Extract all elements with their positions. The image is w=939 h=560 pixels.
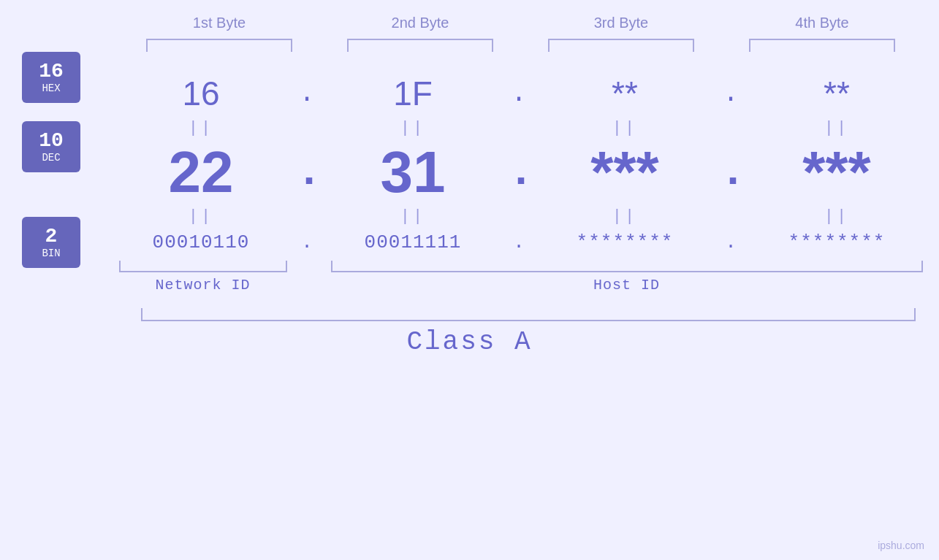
bin-badge-label: BIN [42, 248, 60, 259]
byte4-header: 4th Byte [742, 15, 902, 31]
bottom-brackets: Network ID Host ID [119, 261, 923, 294]
hex-dot3: . [720, 79, 742, 109]
dec-b2: 31 [340, 143, 486, 202]
bin-badge-col: 2 BIN [22, 217, 80, 268]
hex-row-content: 16 . 1F . ** . ** [117, 74, 921, 113]
bracket-byte2 [347, 39, 493, 52]
dec-dot3: . [720, 147, 742, 197]
bracket-byte1 [146, 39, 292, 52]
equals-row-2: || || || || [0, 207, 939, 226]
dec-dot2: . [508, 147, 530, 197]
top-brackets [119, 39, 923, 52]
byte-headers: 1st Byte 2nd Byte 3rd Byte 4th Byte [119, 15, 923, 31]
network-bracket [119, 261, 287, 272]
hex-dot1: . [296, 79, 318, 109]
eq2-b3: || [552, 207, 698, 226]
hex-b2: 1F [340, 74, 486, 113]
hex-dot2: . [508, 79, 530, 109]
host-bracket [331, 261, 923, 272]
hex-b4: ** [764, 74, 910, 113]
byte3-header: 3rd Byte [541, 15, 702, 31]
hex-badge-num: 16 [39, 61, 64, 83]
bin-dot3: . [720, 231, 742, 253]
class-label: Class A [406, 327, 532, 357]
bin-b2: 00011111 [340, 231, 486, 253]
host-id-label: Host ID [593, 277, 660, 294]
dec-b1: 22 [128, 143, 274, 202]
bracket-byte3 [548, 39, 694, 52]
equals-row-1: || || || || [0, 119, 939, 137]
eq2-b4: || [764, 207, 910, 226]
bin-badge-num: 2 [45, 226, 58, 248]
dec-dot1: . [296, 147, 318, 197]
byte1-header: 1st Byte [139, 15, 300, 31]
hex-b3: ** [552, 74, 698, 113]
bin-b3: ******** [552, 231, 698, 253]
class-bracket [141, 308, 916, 321]
dec-badge-label: DEC [42, 152, 60, 164]
hex-badge-col: 16 HEX [22, 52, 80, 103]
dec-badge-num: 10 [39, 130, 64, 153]
bracket-byte4 [749, 39, 895, 52]
hex-badge-label: HEX [42, 83, 60, 94]
dec-b4: *** [764, 143, 910, 202]
main-container: 1st Byte 2nd Byte 3rd Byte 4th Byte 16 H… [0, 0, 939, 560]
eq1-b1: || [128, 119, 274, 137]
dec-badge-col: 10 DEC [22, 121, 80, 172]
network-id-label: Network ID [155, 277, 250, 294]
dec-row-content: 22 . 31 . *** . *** [117, 143, 921, 202]
eq2-b2: || [340, 207, 486, 226]
dec-b3: *** [552, 143, 698, 202]
eq1-b2: || [340, 119, 486, 137]
dec-row: 10 DEC 22 . 31 . *** . *** [0, 143, 939, 202]
hex-row: 16 HEX 16 . 1F . ** . ** [0, 74, 939, 113]
hex-b1: 16 [128, 74, 274, 113]
watermark: ipshu.com [878, 540, 924, 551]
eq1-b4: || [764, 119, 910, 137]
hex-badge: 16 HEX [22, 52, 80, 103]
byte2-header: 2nd Byte [340, 15, 501, 31]
bin-badge: 2 BIN [22, 217, 80, 268]
bin-dot1: . [296, 231, 318, 253]
bin-row-content: 00010110 . 00011111 . ******** . *******… [117, 231, 921, 253]
bin-dot2: . [508, 231, 530, 253]
bin-row: 2 BIN 00010110 . 00011111 . ******** . *… [0, 231, 939, 253]
bin-b1: 00010110 [128, 231, 274, 253]
eq1-b3: || [552, 119, 698, 137]
bin-b4: ******** [764, 231, 910, 253]
host-bracket-group: Host ID [331, 261, 923, 294]
equals-row-2-content: || || || || [117, 207, 921, 226]
equals-row-1-content: || || || || [117, 119, 921, 137]
eq2-b1: || [128, 207, 274, 226]
network-bracket-group: Network ID [119, 261, 287, 294]
dec-badge: 10 DEC [22, 121, 80, 172]
